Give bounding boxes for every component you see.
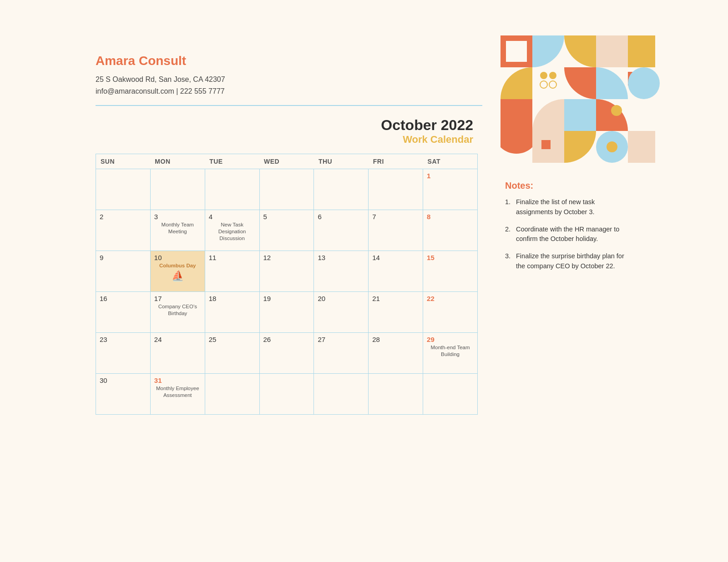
calendar-cell (259, 374, 314, 415)
note-item: Finalize the list of new task assignment… (505, 197, 632, 217)
calendar-cell: 19 (259, 292, 314, 333)
event-label: Company CEO's Birthday (154, 303, 201, 317)
svg-point-10 (540, 72, 547, 79)
calendar-cell: 13 (314, 251, 369, 292)
svg-rect-23 (564, 99, 596, 131)
calendar-cell: 8 (423, 210, 478, 251)
note-item: Coordinate with the HR manager to confir… (505, 225, 632, 245)
day-number: 14 (372, 254, 419, 261)
col-mon: MON (150, 154, 205, 169)
col-sun: SUN (96, 154, 151, 169)
day-number: 13 (318, 254, 364, 261)
calendar-cell: 27 (314, 333, 369, 374)
calendar-cell (205, 169, 259, 210)
company-name: Amara Consult (96, 54, 225, 68)
calendar-week-row: 3031Monthly Employee Assessment (96, 374, 478, 415)
calendar-cell (205, 374, 259, 415)
calendar-cell: 12 (259, 251, 314, 292)
col-sat: SAT (423, 154, 478, 169)
day-number: 28 (372, 336, 419, 343)
day-number: 15 (427, 254, 474, 261)
day-number: 17 (154, 295, 201, 302)
calendar-cell: 21 (369, 292, 423, 333)
company-info: Amara Consult 25 S Oakwood Rd, San Jose,… (96, 54, 225, 97)
svg-rect-20 (500, 99, 532, 131)
col-thu: THU (314, 154, 369, 169)
calendar-cell: 24 (150, 333, 205, 374)
calendar-cell (96, 169, 151, 210)
calendar-cell: 20 (314, 292, 369, 333)
calendar-cell: 26 (259, 333, 314, 374)
calendar-cell: 23 (96, 333, 151, 374)
day-number: 25 (209, 336, 256, 343)
day-number: 7 (372, 213, 419, 221)
day-number: 27 (318, 336, 364, 343)
calendar-week-row: 23242526272829Month-end Team Building (96, 333, 478, 374)
calendar-cell: 28 (369, 333, 423, 374)
day-number: 4 (209, 213, 256, 221)
svg-rect-7 (628, 35, 655, 67)
svg-point-13 (549, 81, 556, 88)
calendar-cell (423, 374, 478, 415)
header-divider (96, 105, 482, 106)
day-number: 22 (427, 295, 474, 302)
calendar-subtitle: Work Calendar (96, 134, 473, 146)
svg-point-26 (611, 105, 622, 116)
day-number: 3 (154, 213, 201, 221)
calendar-week-row: 1617Company CEO's Birthday1819202122 (96, 292, 478, 333)
day-number: 23 (100, 336, 147, 343)
calendar-cell (369, 169, 423, 210)
calendar-cell: 7 (369, 210, 423, 251)
calendar-cell: 29Month-end Team Building (423, 333, 478, 374)
calendar-grid: SUN MON TUE WED THU FRI SAT 123Monthly T… (96, 154, 478, 415)
calendar-cell: 31Monthly Employee Assessment (150, 374, 205, 415)
calendar-cell: 18 (205, 292, 259, 333)
event-label: Month-end Team Building (427, 344, 474, 358)
svg-point-19 (628, 67, 660, 99)
day-number: 29 (427, 336, 474, 343)
svg-rect-35 (628, 131, 655, 163)
calendar-cell (314, 374, 369, 415)
col-tue: TUE (205, 154, 259, 169)
notes-section: Notes: Finalize the list of new task ass… (505, 181, 632, 415)
calendar-cell: 15 (423, 251, 478, 292)
svg-rect-1 (506, 41, 527, 62)
day-number: 1 (427, 172, 474, 180)
calendar-week-row: 1 (96, 169, 478, 210)
calendar-cell: 14 (369, 251, 423, 292)
calendar-month-year: October 2022 (96, 117, 473, 134)
calendar-cell: 1 (423, 169, 478, 210)
calendar-title-block: October 2022 Work Calendar (96, 117, 478, 146)
day-number: 10 (154, 254, 201, 261)
day-number: 12 (263, 254, 310, 261)
day-number: 5 (263, 213, 310, 221)
day-number: 8 (427, 213, 474, 221)
columbus-icon: ⛵ (154, 270, 201, 282)
calendar-cell: 30 (96, 374, 151, 415)
calendar-cell: 2 (96, 210, 151, 251)
calendar-cell: 5 (259, 210, 314, 251)
notes-list: Finalize the list of new task assignment… (505, 197, 632, 271)
calendar-cell: 11 (205, 251, 259, 292)
company-address: 25 S Oakwood Rd, San Jose, CA 42307 info… (96, 74, 225, 97)
calendar-cell (369, 374, 423, 415)
event-label: New Task Designation Discussion (209, 221, 256, 242)
day-number: 31 (154, 376, 201, 384)
calendar-cell: 25 (205, 333, 259, 374)
day-number: 30 (100, 376, 147, 384)
day-number: 26 (263, 336, 310, 343)
day-number: 24 (154, 336, 201, 343)
day-number: 2 (100, 213, 147, 221)
calendar-cell (314, 169, 369, 210)
note-item: Finalize the surprise birthday plan for … (505, 251, 632, 271)
calendar-cell: 3Monthly Team Meeting (150, 210, 205, 251)
calendar-cell: 4New Task Designation Discussion (205, 210, 259, 251)
calendar-cell: 17Company CEO's Birthday (150, 292, 205, 333)
day-number: 21 (372, 295, 419, 302)
day-number: 11 (209, 254, 256, 261)
calendar-cell: 6 (314, 210, 369, 251)
day-number: 19 (263, 295, 310, 302)
calendar-cell: 10Columbus Day⛵ (150, 251, 205, 292)
decorative-art (496, 31, 660, 186)
svg-point-11 (549, 72, 556, 79)
